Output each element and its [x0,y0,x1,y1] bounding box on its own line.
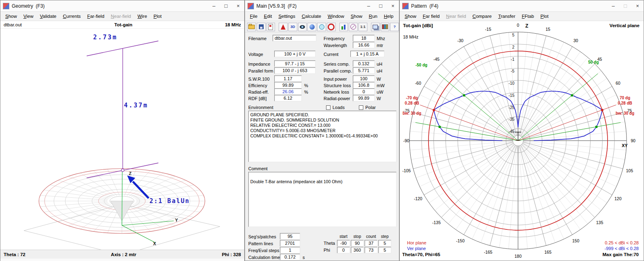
menu-item-plot[interactable]: Plot [537,13,552,20]
calc-time-field[interactable]: 0.172 [280,254,300,260]
freq-steps-field[interactable]: 1 [280,247,300,253]
polar-checkbox[interactable] [359,105,363,110]
impedance-field[interactable]: 97.7 - j 15 [274,60,316,67]
pattern-3d-icon[interactable] [307,23,316,31]
efficiency-field[interactable]: 99.89 [274,82,302,88]
menu-item-show[interactable]: Show [348,13,366,20]
parallel-form-field[interactable]: 100 // - j 653 [274,67,316,74]
menu-item-view[interactable]: View [20,13,37,20]
menu-item-wire[interactable]: Wire [134,13,150,20]
phi-start-field[interactable]: 0 [337,247,350,253]
menu-item-fftab[interactable]: FFtab [518,13,537,20]
close-button[interactable]: × [387,0,399,11]
menu-item-calculate[interactable]: Calculate [299,13,324,20]
menu-item-farfield[interactable]: Far-field [84,13,107,20]
theta-count-field[interactable]: 37 [365,240,377,246]
wavelength-field[interactable]: 16.66 [353,42,375,48]
x-axis-label: X [153,241,156,246]
geometry-bottom-strip [0,259,244,261]
close-button[interactable]: × [631,0,644,11]
cursor-readout: Theta=70, Phi=65 [402,252,440,257]
nearfield-icon[interactable] [317,23,326,31]
theta-stop-field[interactable]: 90 [351,240,364,246]
maximize-button[interactable]: □ [220,0,232,11]
menu-item-currents[interactable]: Currents [60,13,84,20]
parallel-comp-field[interactable]: 5.771 [353,67,375,74]
menu-item-window[interactable]: Window [324,13,348,20]
menu-item-edit[interactable]: Edit [261,13,275,20]
menu-item-show[interactable]: Show [2,13,20,20]
comment-text: Double T-Bar antenna (impedance abt 100 … [250,173,395,184]
save-icon [259,24,264,29]
polar-plot[interactable]: 52-1-5-10-15-25-35-45-165-150-135-120-10… [400,22,644,261]
phi-count-field[interactable]: 73 [365,247,377,253]
phi-step-field[interactable]: 5 [378,247,391,253]
swr-field[interactable]: 1.17 [274,75,302,82]
menu-item-help[interactable]: Help [381,13,397,20]
minimize-button[interactable]: – [208,0,220,11]
menu-item-transfer[interactable]: Transfer [495,13,518,20]
menu-item-farfield[interactable]: Far field [420,13,443,20]
phi-stop-field[interactable]: 360 [351,247,364,253]
loads-checkbox[interactable] [326,105,331,110]
rdf-field[interactable]: 6.12 [274,95,302,101]
help-icon-glyph: ? [393,25,396,29]
menu-item-plot[interactable]: Plot [150,13,165,20]
window-title: Main [V5.9.3] (F2) [256,3,296,9]
series-comp-field[interactable]: 0.132 [353,60,375,67]
menu-item-settings[interactable]: Settings [275,13,299,20]
main-titlebar[interactable]: Main [V5.9.3] (F2) – □ × [245,0,399,12]
theta-start-field[interactable]: -90 [337,240,350,246]
voltage-field[interactable]: 100 + j 0 V [274,51,316,57]
environment-textbox[interactable]: GROUND PLANE SPECIFIED. FINITE GROUND. S… [248,111,397,162]
view-icon [300,25,305,29]
menu-item-run[interactable]: Run [366,13,381,20]
menu-item-compare[interactable]: Compare [469,13,495,20]
menu-item-validate[interactable]: Validate [37,13,60,20]
freq-steps-label: Freq/Eval steps [248,248,279,253]
open-icon [248,25,255,29]
3d-viewer-icon[interactable]: 3D [288,23,297,31]
help-icon[interactable]: ? [390,23,399,31]
close-button[interactable]: × [232,0,244,11]
comment-textbox[interactable]: Double T-Bar antenna (impedance abt 100 … [248,172,397,227]
scale-icon[interactable]: 1:1 [358,23,367,31]
maximize-button[interactable]: □ [375,0,387,11]
pattern-lines-field[interactable]: 2701 [280,240,300,246]
view-icon[interactable] [298,23,307,31]
current-field[interactable]: 1 + j 0.15 A [350,51,384,57]
geometry-titlebar[interactable]: Geometry (F3) – □ × [0,0,244,12]
segs-field[interactable]: 95 [280,233,300,240]
save-icon[interactable] [257,23,266,31]
line-chart-icon [341,24,346,30]
structure-loss-field[interactable]: 106.8 [353,82,375,88]
voltage-label: Voltage [248,52,263,57]
radiat-power-field[interactable]: 99.89 [353,95,375,101]
line-chart-icon[interactable] [339,23,348,31]
geometry-info-bar: dtbar.out Tot-gain 18 MHz [0,21,244,29]
open-icon[interactable] [247,23,256,31]
minimize-button[interactable]: – [607,0,619,11]
nec-editor-icon[interactable] [267,23,275,31]
frequency-field[interactable]: 18 [353,35,375,41]
col-header-start: start [337,234,350,239]
network-loss-field[interactable]: 0 [353,88,375,95]
farfield-icon[interactable] [327,23,336,31]
minimize-button[interactable]: – [363,0,375,11]
antenna-3d-view[interactable] [0,29,244,250]
theta-step-field[interactable]: 5 [378,240,391,246]
window-icon[interactable] [371,23,380,31]
menu-item-show[interactable]: Show [401,13,420,20]
books-icon[interactable] [381,23,390,31]
radiat-eff-field[interactable]: 26.06 [274,88,302,95]
geometry-canvas[interactable]: 2.73m 4.37m 2:1 BalUn Z Y X [0,29,244,250]
input-power-field[interactable]: 100 [353,75,375,82]
filename-field[interactable]: dtbar.out [273,35,316,41]
menu-item-file[interactable]: File [247,13,261,20]
pattern-titlebar[interactable]: Pattern (F4) – □ × [400,0,644,12]
svg-text:0: 0 [517,23,519,28]
smith-chart-icon[interactable] [349,23,358,31]
geometry-icon[interactable] [279,23,288,31]
svg-text:30: 30 [574,38,578,43]
app-icon [247,3,254,9]
